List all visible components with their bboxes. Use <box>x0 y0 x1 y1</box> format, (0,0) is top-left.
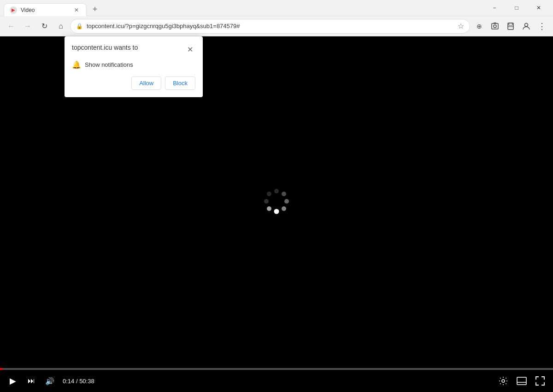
refresh-button[interactable]: ↻ <box>37 19 52 34</box>
content-area: topcontent.icu wants to ✕ 🔔 Show notific… <box>0 36 553 392</box>
volume-button[interactable]: 🔊 <box>42 374 57 388</box>
svg-point-6 <box>525 23 528 26</box>
save-button[interactable] <box>503 19 518 34</box>
bell-icon: 🔔 <box>72 60 81 69</box>
progress-bar[interactable] <box>0 368 553 370</box>
maximize-button[interactable]: □ <box>506 0 527 16</box>
svg-rect-0 <box>492 23 498 29</box>
video-controls: ▶ ⏭ 🔊 0:14 / 50:38 <box>0 366 553 392</box>
tab-title: Video <box>21 7 69 13</box>
theatre-button[interactable] <box>514 374 529 388</box>
settings-button[interactable] <box>496 374 511 388</box>
tab-close-button[interactable]: ✕ <box>72 6 81 14</box>
nav-actions: ⊕ ⋮ <box>472 19 549 34</box>
svg-rect-1 <box>494 23 496 23</box>
browser-tab[interactable]: ▶ Video ✕ <box>4 3 87 16</box>
svg-point-11 <box>274 209 279 214</box>
lock-icon: 🔒 <box>76 23 83 29</box>
svg-point-15 <box>502 380 505 382</box>
play-button[interactable]: ▶ <box>6 374 20 388</box>
popup-title: topcontent.icu wants to <box>72 44 138 51</box>
window-controls: − □ ✕ <box>484 0 549 16</box>
progress-fill <box>0 368 3 370</box>
account-button[interactable] <box>519 19 534 34</box>
popup-header: topcontent.icu wants to ✕ <box>72 44 195 55</box>
address-bar[interactable]: 🔒 topcontent.icu/?p=gizgcnrqgu5gi3bphayq… <box>70 19 470 34</box>
svg-point-9 <box>284 199 289 204</box>
skip-button[interactable]: ⏭ <box>24 374 39 388</box>
zoom-button[interactable]: ⊕ <box>472 19 487 34</box>
home-button[interactable]: ⌂ <box>53 19 68 34</box>
forward-button[interactable]: → <box>20 19 35 34</box>
svg-point-14 <box>267 192 271 196</box>
tab-favicon: ▶ <box>10 6 17 14</box>
svg-point-13 <box>264 199 269 204</box>
url-text: topcontent.icu/?p=gizgcnrqgu5gi3bphayq&s… <box>87 23 454 29</box>
allow-button[interactable]: Allow <box>131 76 161 90</box>
permission-text: Show notifications <box>85 61 133 68</box>
menu-button[interactable]: ⋮ <box>535 19 549 34</box>
controls-row: ▶ ⏭ 🔊 0:14 / 50:38 <box>0 370 553 392</box>
svg-point-7 <box>274 189 279 193</box>
window-close-button[interactable]: ✕ <box>528 0 549 16</box>
loading-spinner <box>263 187 290 215</box>
svg-point-10 <box>282 206 286 211</box>
popup-buttons: Allow Block <box>72 76 195 90</box>
screenshot-button[interactable] <box>488 19 502 34</box>
fullscreen-button[interactable] <box>533 374 547 388</box>
tab-area: ▶ Video ✕ + <box>4 0 484 16</box>
block-button[interactable]: Block <box>165 76 195 90</box>
back-button[interactable]: ← <box>4 19 18 34</box>
popup-permission-row: 🔔 Show notifications <box>72 60 195 69</box>
popup-close-button[interactable]: ✕ <box>184 44 195 55</box>
permission-popup: topcontent.icu wants to ✕ 🔔 Show notific… <box>65 36 203 97</box>
minimize-button[interactable]: − <box>484 0 505 16</box>
time-display: 0:14 / 50:38 <box>63 378 94 385</box>
svg-point-2 <box>494 25 496 28</box>
svg-point-8 <box>282 192 286 196</box>
title-bar: ▶ Video ✕ + − □ ✕ <box>0 0 553 16</box>
bookmark-icon[interactable]: ☆ <box>458 22 464 30</box>
new-tab-button[interactable]: + <box>88 3 101 16</box>
nav-bar: ← → ↻ ⌂ 🔒 topcontent.icu/?p=gizgcnrqgu5g… <box>0 16 553 36</box>
svg-point-12 <box>267 206 271 211</box>
